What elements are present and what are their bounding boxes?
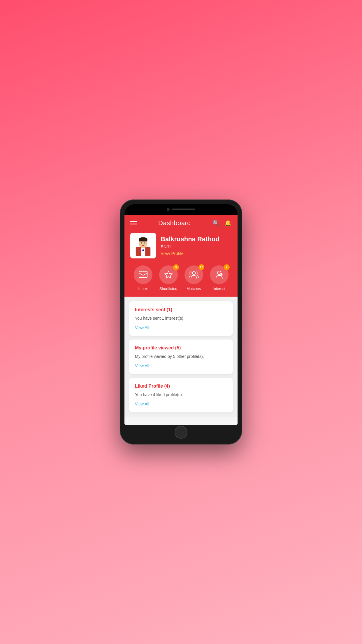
profile-id: BNJ1 xyxy=(161,244,232,249)
profile-section: Balkrushna Rathod BNJ1 View Profile xyxy=(130,233,232,258)
home-button[interactable] xyxy=(175,426,187,439)
profile-info: Balkrushna Rathod BNJ1 View Profile xyxy=(161,235,232,256)
interests-sent-card: Interests sent (1) You have sent 1 inter… xyxy=(129,301,233,336)
svg-point-7 xyxy=(141,242,142,244)
speaker xyxy=(172,209,195,210)
action-item-interest[interactable]: 2 Interest xyxy=(210,265,229,291)
header-icons: 🔍 🔔 xyxy=(212,220,232,227)
phone-bottom xyxy=(124,425,238,440)
inbox-icon xyxy=(139,271,147,279)
profile-viewed-view-all[interactable]: View All xyxy=(135,363,149,368)
interests-sent-view-all[interactable]: View All xyxy=(135,325,149,330)
shortlisted-icon-circle: 3 xyxy=(159,265,178,284)
svg-point-11 xyxy=(190,272,192,274)
phone-notch xyxy=(124,204,238,215)
liked-profile-view-all[interactable]: View All xyxy=(135,402,149,406)
shortlisted-label: Shortlisted xyxy=(159,286,177,291)
liked-profile-desc: You have 4 liked profile(s). xyxy=(135,392,227,398)
interests-sent-title: Interests sent (1) xyxy=(135,307,227,312)
search-icon[interactable]: 🔍 xyxy=(212,220,220,227)
header-title: Dashboard xyxy=(158,219,191,227)
profile-name: Balkrushna Rathod xyxy=(161,235,232,243)
liked-profile-card: Liked Profile (4) You have 4 liked profi… xyxy=(129,378,233,412)
profile-viewed-title: My profile viewed (5) xyxy=(135,345,227,351)
action-icons-row: Inbox 3 Shortlisted 17 xyxy=(130,265,232,291)
content-area: Interests sent (1) You have sent 1 inter… xyxy=(124,297,238,417)
phone-frame: Dashboard 🔍 🔔 xyxy=(120,200,242,444)
action-item-matches[interactable]: 17 Matches xyxy=(184,265,203,291)
shortlisted-badge: 3 xyxy=(173,264,179,270)
matches-label: Matches xyxy=(187,286,201,291)
hamburger-menu-button[interactable] xyxy=(130,221,137,225)
avatar xyxy=(130,233,156,258)
profile-viewed-card: My profile viewed (5) My profile viewed … xyxy=(129,340,233,374)
svg-rect-9 xyxy=(139,271,147,278)
interest-badge: 2 xyxy=(224,264,230,270)
camera xyxy=(167,208,170,211)
matches-icon xyxy=(189,271,199,279)
nav-bar: Dashboard 🔍 🔔 xyxy=(130,219,232,227)
interest-icon-circle: 2 xyxy=(210,265,229,284)
action-item-shortlisted[interactable]: 3 Shortlisted xyxy=(159,265,178,291)
interest-icon xyxy=(215,270,223,279)
view-profile-link[interactable]: View Profile xyxy=(161,251,232,256)
svg-rect-6 xyxy=(139,239,147,241)
interest-label: Interest xyxy=(213,286,225,291)
app-header: Dashboard 🔍 🔔 xyxy=(124,215,238,297)
matches-badge: 17 xyxy=(198,264,204,270)
inbox-icon-circle xyxy=(134,265,152,284)
shortlisted-icon xyxy=(164,270,173,279)
inbox-label: Inbox xyxy=(138,286,148,291)
liked-profile-title: Liked Profile (4) xyxy=(135,384,227,389)
svg-point-13 xyxy=(217,271,221,274)
interests-sent-desc: You have sent 1 interest(s). xyxy=(135,315,227,321)
avatar-image xyxy=(133,235,154,256)
svg-point-8 xyxy=(144,242,145,244)
svg-point-12 xyxy=(196,272,198,274)
action-item-inbox[interactable]: Inbox xyxy=(134,265,152,291)
matches-icon-circle: 17 xyxy=(184,265,203,284)
profile-viewed-desc: My profile viewed by 5 other profile(s). xyxy=(135,354,227,360)
phone-screen: Dashboard 🔍 🔔 xyxy=(124,215,238,425)
svg-point-10 xyxy=(192,272,195,274)
notification-icon[interactable]: 🔔 xyxy=(224,220,232,227)
